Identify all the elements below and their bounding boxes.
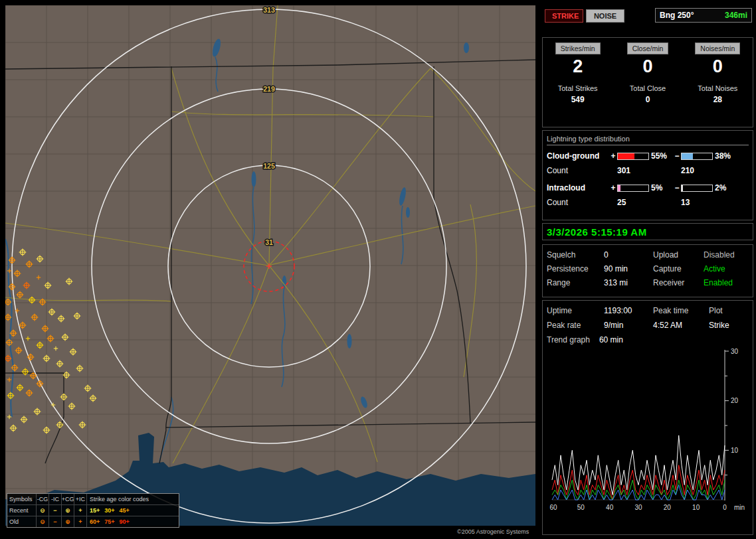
strikes-per-min-button[interactable]: Strikes/min bbox=[555, 42, 601, 54]
old-age-codes: 60+75+90+ bbox=[87, 516, 179, 527]
strikes-per-min-value: 2 bbox=[573, 56, 583, 76]
recent-age-codes: 15+30+45+ bbox=[87, 505, 179, 516]
svg-text:30: 30 bbox=[731, 348, 739, 355]
range-label: Range bbox=[547, 278, 604, 287]
sidebar: STRIKE NOISE Bng 250° 346mi Strikes/min … bbox=[539, 0, 756, 539]
legend-old-label: Old bbox=[7, 516, 37, 527]
svg-text:125: 125 bbox=[263, 162, 275, 170]
intracloud-row: Intracloud + 5% − 2% bbox=[547, 183, 749, 193]
close-per-min-button[interactable]: Close/min bbox=[627, 42, 669, 54]
persistence-label: Persistence bbox=[547, 264, 604, 273]
plus-sign: + bbox=[609, 151, 617, 161]
noise-mode-button[interactable]: NOISE bbox=[586, 9, 624, 23]
ic-negative-count: 13 bbox=[681, 198, 745, 207]
peak-time-label: Peak time bbox=[653, 306, 709, 315]
distribution-title: Lightning type distribution bbox=[547, 135, 749, 145]
total-strikes-label: Total Strikes bbox=[558, 84, 598, 92]
legend-old-row: Old ⊖ − ⊕ + 60+75+90+ bbox=[7, 516, 179, 527]
capture-label: Capture bbox=[653, 264, 704, 273]
rates-panel: Strikes/min 2 Total Strikes 549 Close/mi… bbox=[542, 37, 753, 127]
total-strikes-value: 549 bbox=[571, 95, 585, 104]
receiver-value: Enabled bbox=[704, 278, 749, 287]
trend-series-total-strikes bbox=[552, 435, 725, 495]
stats-row: Peak rate 9/min 4:52 AM Strike bbox=[547, 321, 753, 330]
cloud-ground-label: Cloud-ground bbox=[547, 151, 609, 161]
recent-pic-icon: + bbox=[74, 505, 87, 516]
squelch-label: Squelch bbox=[547, 250, 604, 260]
trend-header: Trend graph 60 min bbox=[547, 335, 753, 345]
cg-negative-count: 210 bbox=[681, 166, 745, 175]
old-nic-icon: − bbox=[49, 516, 62, 527]
svg-text:50: 50 bbox=[577, 504, 585, 511]
legend-col-pic: +IC bbox=[74, 494, 87, 504]
plot-value: Strike bbox=[709, 321, 753, 330]
old-ncg-icon: ⊖ bbox=[37, 516, 49, 527]
count-label: Count bbox=[547, 166, 617, 175]
bearing-label: Bng 250° bbox=[660, 11, 694, 20]
age-code: 15+ bbox=[90, 507, 100, 514]
mode-toolbar: STRIKE NOISE Bng 250° 346mi bbox=[542, 8, 753, 25]
peak-rate-value: 9/min bbox=[604, 321, 653, 330]
age-code: 60+ bbox=[90, 518, 100, 525]
svg-text:31: 31 bbox=[265, 238, 273, 246]
svg-text:20: 20 bbox=[731, 397, 739, 404]
noises-per-min-value: 0 bbox=[713, 56, 723, 76]
map-panel[interactable]: 313 219 125 31 Symbols -CG -IC +CG +IC S… bbox=[5, 5, 535, 526]
strike-mode-button[interactable]: STRIKE bbox=[545, 9, 583, 23]
current-datetime: 3/3/2026 5:15:19 AM bbox=[547, 226, 647, 238]
strikes-rate-column: Strikes/min 2 Total Strikes 549 bbox=[543, 38, 613, 127]
svg-text:min: min bbox=[734, 504, 745, 511]
legend-age-title: Strike age color codes bbox=[87, 494, 179, 504]
close-rate-column: Close/min 0 Total Close 0 bbox=[613, 38, 682, 127]
trend-series-cloud-ground bbox=[552, 465, 725, 500]
ic-positive-pct: 5% bbox=[649, 183, 673, 193]
county-grid bbox=[5, 5, 535, 526]
settings-row: Persistence 90 min Capture Active bbox=[547, 264, 749, 273]
upload-label: Upload bbox=[653, 250, 704, 260]
cg-positive-bar bbox=[617, 153, 649, 160]
distribution-panel: Lightning type distribution Cloud-ground… bbox=[542, 130, 753, 220]
recent-nic-icon: − bbox=[49, 505, 62, 516]
bearing-readout: Bng 250° 346mi bbox=[655, 8, 752, 23]
stats-row: Uptime 1193:00 Peak time Plot bbox=[547, 306, 753, 315]
age-code: 30+ bbox=[104, 507, 114, 514]
legend-recent-label: Recent bbox=[7, 505, 37, 516]
trend-graph-chart: 1020306050403020100min bbox=[547, 346, 756, 518]
ic-negative-pct: 2% bbox=[713, 183, 737, 193]
minus-sign: − bbox=[673, 183, 681, 193]
total-noises-label: Total Noises bbox=[698, 84, 737, 92]
receiver-label: Receiver bbox=[653, 278, 704, 287]
cg-positive-pct: 55% bbox=[649, 151, 673, 161]
lightning-map: 313 219 125 31 bbox=[5, 5, 535, 526]
legend-symbols-title: Symbols bbox=[7, 494, 37, 504]
total-close-label: Total Close bbox=[630, 84, 666, 92]
age-code: 90+ bbox=[120, 518, 130, 525]
noises-per-min-button[interactable]: Noises/min bbox=[695, 42, 740, 54]
peak-rate-label: Peak rate bbox=[547, 321, 604, 330]
recent-pcg-icon: ⊕ bbox=[62, 505, 74, 516]
persistence-value: 90 min bbox=[604, 264, 653, 273]
plot-label: Plot bbox=[709, 306, 753, 315]
trend-graph-label: Trend graph bbox=[547, 335, 590, 345]
ic-negative-bar bbox=[681, 185, 713, 192]
minus-sign: − bbox=[673, 151, 681, 161]
count-label: Count bbox=[547, 198, 617, 207]
svg-text:10: 10 bbox=[692, 504, 700, 511]
capture-value: Active bbox=[704, 264, 749, 273]
age-code: 45+ bbox=[120, 507, 130, 514]
legend-col-pcg: +CG bbox=[62, 494, 74, 504]
nexstorm-window: 313 219 125 31 Symbols -CG -IC +CG +IC S… bbox=[0, 0, 756, 539]
total-close-value: 0 bbox=[646, 95, 650, 104]
stats-panel: Uptime 1193:00 Peak time Plot Peak rate … bbox=[542, 300, 753, 535]
datetime-panel: 3/3/2026 5:15:19 AM bbox=[542, 223, 753, 240]
svg-text:60: 60 bbox=[549, 504, 557, 511]
legend-col-ncg: -CG bbox=[37, 494, 49, 504]
trend-window-value: 60 min bbox=[599, 335, 623, 345]
recent-ncg-icon: ⊖ bbox=[37, 505, 49, 516]
close-per-min-value: 0 bbox=[642, 56, 652, 76]
squelch-value: 0 bbox=[604, 250, 653, 260]
svg-text:20: 20 bbox=[664, 504, 672, 511]
upload-value: Disabled bbox=[704, 250, 749, 260]
svg-text:10: 10 bbox=[731, 447, 739, 454]
svg-text:313: 313 bbox=[263, 6, 275, 14]
